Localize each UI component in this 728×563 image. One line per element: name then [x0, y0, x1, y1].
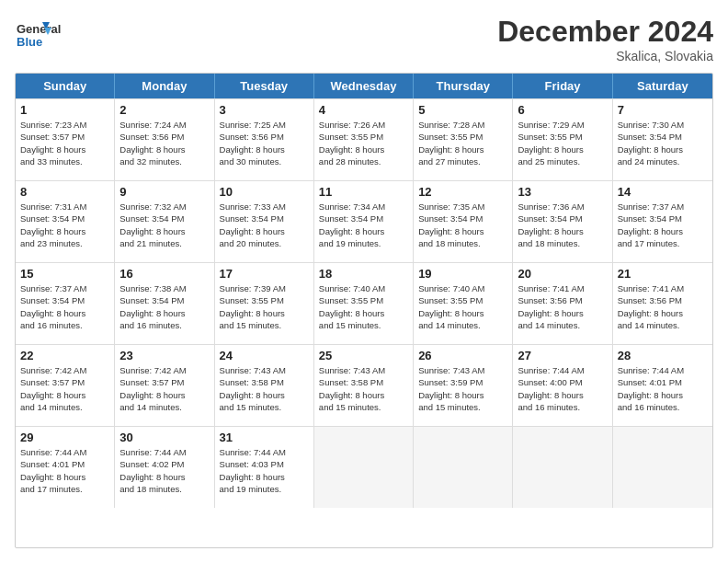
day-info: Sunrise: 7:44 AM Sunset: 4:00 PM Dayligh… — [518, 364, 607, 413]
calendar-cell — [613, 427, 712, 508]
day-info: Sunrise: 7:44 AM Sunset: 4:01 PM Dayligh… — [618, 364, 708, 413]
calendar-cell: 8Sunrise: 7:31 AM Sunset: 3:54 PM Daylig… — [16, 181, 115, 262]
header: General Blue December 2024 Skalica, Slov… — [15, 15, 713, 63]
day-number: 2 — [119, 103, 209, 117]
calendar-cell: 29Sunrise: 7:44 AM Sunset: 4:01 PM Dayli… — [16, 427, 115, 508]
day-number: 5 — [418, 103, 507, 117]
page: General Blue December 2024 Skalica, Slov… — [0, 0, 728, 563]
day-info: Sunrise: 7:23 AM Sunset: 3:57 PM Dayligh… — [20, 119, 109, 167]
logo-icon: General Blue — [15, 15, 88, 52]
day-info: Sunrise: 7:39 AM Sunset: 3:55 PM Dayligh… — [220, 282, 309, 331]
calendar-cell: 16Sunrise: 7:38 AM Sunset: 3:54 PM Dayli… — [115, 263, 214, 344]
day-info: Sunrise: 7:41 AM Sunset: 3:56 PM Dayligh… — [618, 282, 708, 331]
calendar-cell: 24Sunrise: 7:43 AM Sunset: 3:58 PM Dayli… — [215, 345, 314, 426]
day-number: 21 — [618, 267, 708, 281]
day-number: 30 — [119, 431, 209, 444]
calendar-cell: 10Sunrise: 7:33 AM Sunset: 3:54 PM Dayli… — [215, 181, 314, 262]
day-info: Sunrise: 7:44 AM Sunset: 4:02 PM Dayligh… — [119, 446, 209, 495]
day-info: Sunrise: 7:34 AM Sunset: 3:54 PM Dayligh… — [319, 201, 408, 249]
main-title: December 2024 — [497, 15, 713, 49]
day-number: 26 — [418, 349, 507, 362]
calendar-cell: 12Sunrise: 7:35 AM Sunset: 3:54 PM Dayli… — [414, 181, 513, 262]
day-number: 24 — [220, 349, 309, 362]
calendar: Sunday Monday Tuesday Wednesday Thursday… — [15, 73, 713, 548]
day-info: Sunrise: 7:30 AM Sunset: 3:54 PM Dayligh… — [618, 119, 708, 167]
day-info: Sunrise: 7:26 AM Sunset: 3:55 PM Dayligh… — [319, 119, 408, 167]
calendar-cell: 31Sunrise: 7:44 AM Sunset: 4:03 PM Dayli… — [215, 427, 314, 508]
day-number: 18 — [319, 267, 408, 281]
day-info: Sunrise: 7:44 AM Sunset: 4:01 PM Dayligh… — [20, 446, 109, 495]
calendar-row-2: 8Sunrise: 7:31 AM Sunset: 3:54 PM Daylig… — [16, 180, 712, 262]
day-number: 29 — [20, 431, 109, 444]
day-info: Sunrise: 7:24 AM Sunset: 3:56 PM Dayligh… — [119, 119, 209, 167]
calendar-cell: 5Sunrise: 7:28 AM Sunset: 3:55 PM Daylig… — [414, 99, 513, 180]
calendar-cell: 22Sunrise: 7:42 AM Sunset: 3:57 PM Dayli… — [16, 345, 115, 426]
calendar-cell: 25Sunrise: 7:43 AM Sunset: 3:58 PM Dayli… — [314, 345, 414, 426]
day-info: Sunrise: 7:42 AM Sunset: 3:57 PM Dayligh… — [119, 364, 209, 413]
day-info: Sunrise: 7:38 AM Sunset: 3:54 PM Dayligh… — [119, 282, 209, 331]
subtitle: Skalica, Slovakia — [497, 49, 713, 63]
calendar-cell — [414, 427, 513, 508]
day-number: 22 — [20, 349, 109, 362]
calendar-cell: 19Sunrise: 7:40 AM Sunset: 3:55 PM Dayli… — [414, 263, 513, 344]
col-tuesday: Tuesday — [215, 74, 314, 98]
calendar-cell: 13Sunrise: 7:36 AM Sunset: 3:54 PM Dayli… — [513, 181, 612, 262]
title-block: December 2024 Skalica, Slovakia — [497, 15, 713, 63]
day-info: Sunrise: 7:37 AM Sunset: 3:54 PM Dayligh… — [618, 201, 708, 249]
day-info: Sunrise: 7:29 AM Sunset: 3:55 PM Dayligh… — [518, 119, 607, 167]
calendar-cell: 2Sunrise: 7:24 AM Sunset: 3:56 PM Daylig… — [115, 99, 214, 180]
calendar-cell: 17Sunrise: 7:39 AM Sunset: 3:55 PM Dayli… — [215, 263, 314, 344]
calendar-body: 1Sunrise: 7:23 AM Sunset: 3:57 PM Daylig… — [16, 98, 712, 508]
day-info: Sunrise: 7:44 AM Sunset: 4:03 PM Dayligh… — [220, 446, 309, 495]
calendar-row-4: 22Sunrise: 7:42 AM Sunset: 3:57 PM Dayli… — [16, 344, 712, 426]
day-number: 20 — [518, 267, 607, 281]
day-info: Sunrise: 7:35 AM Sunset: 3:54 PM Dayligh… — [418, 201, 507, 249]
calendar-cell — [513, 427, 612, 508]
day-number: 6 — [518, 103, 607, 117]
day-info: Sunrise: 7:36 AM Sunset: 3:54 PM Dayligh… — [518, 201, 607, 249]
calendar-cell: 23Sunrise: 7:42 AM Sunset: 3:57 PM Dayli… — [115, 345, 214, 426]
calendar-cell: 26Sunrise: 7:43 AM Sunset: 3:59 PM Dayli… — [414, 345, 513, 426]
calendar-cell: 28Sunrise: 7:44 AM Sunset: 4:01 PM Dayli… — [613, 345, 712, 426]
calendar-row-3: 15Sunrise: 7:37 AM Sunset: 3:54 PM Dayli… — [16, 262, 712, 344]
day-number: 31 — [220, 431, 309, 444]
day-number: 4 — [319, 103, 408, 117]
day-number: 16 — [119, 267, 209, 281]
day-number: 11 — [319, 185, 408, 199]
svg-text:Blue: Blue — [17, 35, 42, 49]
day-number: 10 — [220, 185, 309, 199]
day-number: 28 — [618, 349, 708, 362]
day-number: 14 — [618, 185, 708, 199]
day-info: Sunrise: 7:40 AM Sunset: 3:55 PM Dayligh… — [418, 282, 507, 331]
col-wednesday: Wednesday — [314, 74, 414, 98]
day-number: 13 — [518, 185, 607, 199]
calendar-cell: 27Sunrise: 7:44 AM Sunset: 4:00 PM Dayli… — [513, 345, 612, 426]
calendar-row-5: 29Sunrise: 7:44 AM Sunset: 4:01 PM Dayli… — [16, 426, 712, 508]
day-number: 7 — [618, 103, 708, 117]
calendar-cell: 11Sunrise: 7:34 AM Sunset: 3:54 PM Dayli… — [314, 181, 414, 262]
day-number: 3 — [220, 103, 309, 117]
calendar-cell: 6Sunrise: 7:29 AM Sunset: 3:55 PM Daylig… — [513, 99, 612, 180]
col-friday: Friday — [513, 74, 612, 98]
day-number: 9 — [119, 185, 209, 199]
day-info: Sunrise: 7:42 AM Sunset: 3:57 PM Dayligh… — [20, 364, 109, 413]
calendar-cell: 21Sunrise: 7:41 AM Sunset: 3:56 PM Dayli… — [613, 263, 712, 344]
logo: General Blue — [15, 15, 88, 52]
calendar-cell: 9Sunrise: 7:32 AM Sunset: 3:54 PM Daylig… — [115, 181, 214, 262]
calendar-cell: 4Sunrise: 7:26 AM Sunset: 3:55 PM Daylig… — [314, 99, 414, 180]
day-info: Sunrise: 7:33 AM Sunset: 3:54 PM Dayligh… — [220, 201, 309, 249]
day-number: 17 — [220, 267, 309, 281]
day-number: 23 — [119, 349, 209, 362]
day-number: 25 — [319, 349, 408, 362]
day-number: 12 — [418, 185, 507, 199]
day-info: Sunrise: 7:43 AM Sunset: 3:59 PM Dayligh… — [418, 364, 507, 413]
col-monday: Monday — [115, 74, 214, 98]
day-info: Sunrise: 7:43 AM Sunset: 3:58 PM Dayligh… — [319, 364, 408, 413]
calendar-header: Sunday Monday Tuesday Wednesday Thursday… — [16, 74, 712, 98]
calendar-cell: 14Sunrise: 7:37 AM Sunset: 3:54 PM Dayli… — [613, 181, 712, 262]
calendar-row-1: 1Sunrise: 7:23 AM Sunset: 3:57 PM Daylig… — [16, 98, 712, 180]
col-thursday: Thursday — [414, 74, 513, 98]
calendar-cell: 15Sunrise: 7:37 AM Sunset: 3:54 PM Dayli… — [16, 263, 115, 344]
col-sunday: Sunday — [16, 74, 115, 98]
day-info: Sunrise: 7:41 AM Sunset: 3:56 PM Dayligh… — [518, 282, 607, 331]
